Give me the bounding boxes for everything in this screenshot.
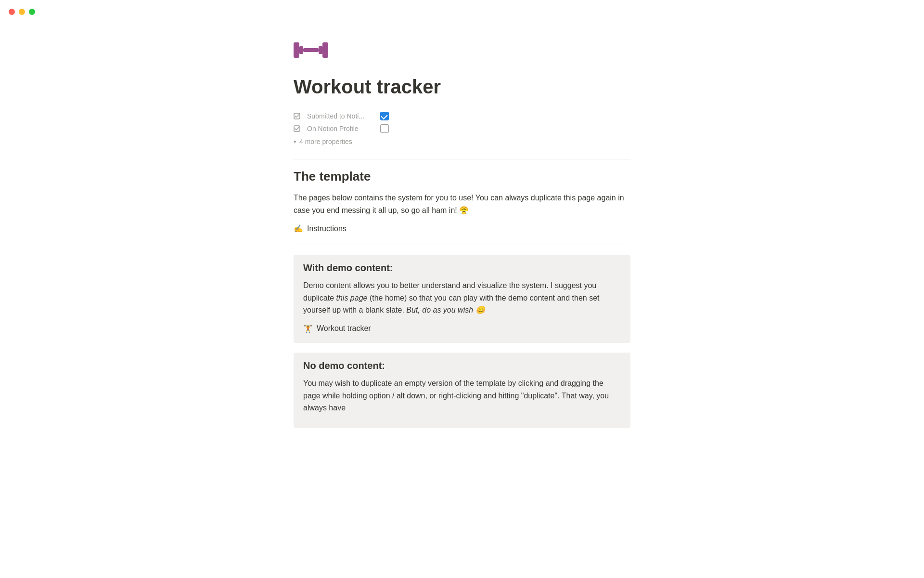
svg-rect-4 [322, 42, 328, 58]
template-description: The pages below contains the system for … [294, 192, 630, 216]
maximize-button[interactable] [29, 9, 35, 15]
workout-tracker-link[interactable]: 🏋️ Workout tracker [303, 322, 621, 335]
workout-tracker-link-label: Workout tracker [317, 324, 371, 333]
page-content: Workout tracker Submitted to Noti... [294, 0, 630, 534]
traffic-lights [9, 9, 35, 15]
more-properties-label: 4 more properties [299, 138, 352, 145]
more-properties-toggle[interactable]: ▾ 4 more properties [294, 136, 630, 147]
demo-content-heading: With demo content: [303, 263, 621, 274]
page-icon [294, 39, 630, 64]
property-value-profile [380, 124, 389, 133]
demo-content-description: Demo content allows you to better unders… [303, 279, 621, 316]
svg-rect-0 [294, 42, 299, 58]
demo-desc-end: But, do as you wish 😊 [406, 306, 485, 314]
checkbox-submitted[interactable] [380, 112, 389, 120]
template-description-text: The pages below contains the system for … [294, 194, 624, 214]
property-value-submitted [380, 112, 389, 120]
instructions-link-label: Instructions [307, 224, 346, 233]
property-label-profile: On Notion Profile [307, 125, 374, 132]
checkbox-profile[interactable] [380, 124, 389, 133]
page-title: Workout tracker [294, 75, 630, 98]
divider-2 [294, 245, 630, 245]
instructions-link[interactable]: ✍️ Instructions [294, 222, 630, 235]
no-demo-content-section: No demo content: You may wish to duplica… [294, 353, 630, 428]
property-label-submitted: Submitted to Noti... [307, 112, 374, 120]
template-heading: The template [294, 169, 630, 184]
demo-content-section: With demo content: Demo content allows y… [294, 255, 630, 343]
minimize-button[interactable] [19, 9, 25, 15]
svg-rect-1 [299, 46, 303, 54]
no-demo-content-heading: No demo content: [303, 360, 621, 371]
property-on-notion-profile: On Notion Profile [294, 122, 630, 135]
property-submitted: Submitted to Noti... [294, 110, 630, 122]
no-demo-content-description: You may wish to duplicate an empty versi… [303, 377, 621, 414]
properties-section: Submitted to Noti... On Notion Profile ▾… [294, 110, 630, 147]
property-icon-profile [294, 125, 301, 132]
demo-desc-italic: this page [336, 294, 368, 302]
close-button[interactable] [9, 9, 15, 15]
svg-rect-2 [303, 48, 319, 52]
divider-1 [294, 159, 630, 159]
workout-tracker-icon: 🏋️ [303, 324, 313, 333]
property-icon-submitted [294, 113, 301, 119]
chevron-down-icon: ▾ [294, 139, 296, 145]
svg-rect-3 [319, 46, 322, 54]
instructions-icon: ✍️ [294, 224, 303, 233]
